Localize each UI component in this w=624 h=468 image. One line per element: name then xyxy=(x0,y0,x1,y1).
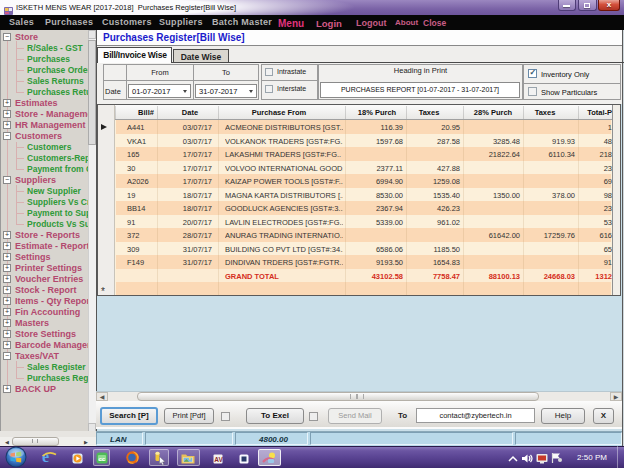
svg-text:e: e xyxy=(42,449,49,465)
svg-text:AV: AV xyxy=(214,456,223,463)
svg-text:cc: cc xyxy=(99,456,106,462)
